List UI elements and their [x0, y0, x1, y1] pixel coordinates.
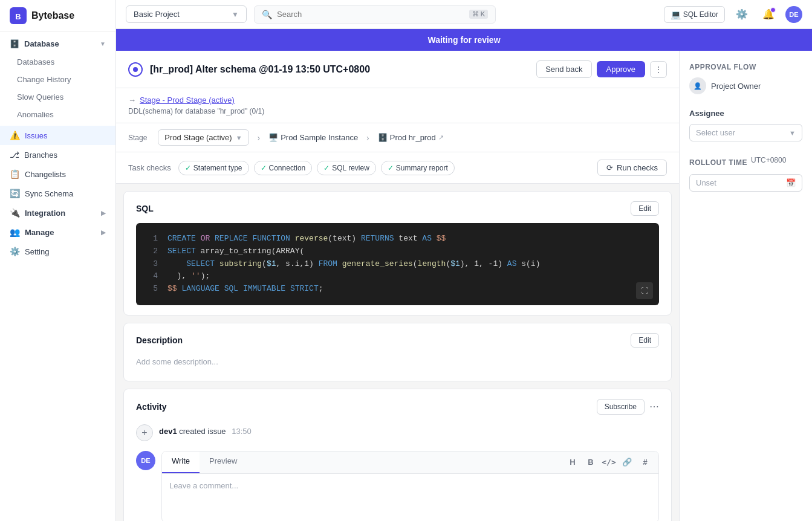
topbar-actions: 💻 SQL Editor ⚙️ 🔔 DE — [664, 5, 802, 24]
run-checks-icon: ⟳ — [606, 163, 613, 172]
check-badge-sql-review: ✓ SQL review — [317, 161, 376, 175]
server-icon: 🖥️ — [268, 133, 278, 142]
run-checks-button[interactable]: ⟳ Run checks — [597, 160, 667, 176]
stage-dropdown-chevron: ▼ — [236, 134, 242, 141]
activity-add-button[interactable]: + — [136, 424, 153, 441]
subscribe-button[interactable]: Subscribe — [597, 399, 645, 415]
sidebar-item-integration[interactable]: 🔌 Integration ▶ — [0, 203, 115, 222]
calendar-icon: 📅 — [786, 178, 796, 187]
check-icon-4: ✓ — [388, 164, 394, 172]
database-chevron: ▼ — [100, 40, 106, 47]
sidebar-item-databases[interactable]: Databases — [0, 53, 115, 71]
expand-icon: ⛶ — [641, 286, 648, 295]
sidebar-group-database[interactable]: 🗄️ Database ▼ — [0, 34, 115, 53]
content: [hr_prod] Alter schema @01-19 13:50 UTC+… — [116, 51, 812, 521]
code-line-3: 3 SELECT substring($1, s.i,1) FROM gener… — [146, 258, 649, 271]
activity-time: 13:50 — [232, 427, 252, 436]
more-options-button[interactable]: ⋮ — [650, 61, 667, 78]
approval-avatar: 👤 — [689, 77, 706, 94]
toolbar-link-button[interactable]: 🔗 — [619, 454, 635, 471]
activity-title: Activity — [136, 402, 167, 412]
sidebar-item-setting[interactable]: ⚙️ Setting — [0, 242, 115, 261]
approval-user: 👤 Project Owner — [689, 77, 802, 94]
gear-icon: ⚙️ — [736, 8, 748, 20]
search-icon: 🔍 — [262, 10, 272, 19]
commenter-avatar: DE — [136, 451, 155, 470]
rollout-date-picker[interactable]: Unset 📅 — [689, 174, 802, 192]
approval-flow-label: Approval flow — [689, 63, 802, 71]
project-selector[interactable]: Basic Project ▼ — [126, 5, 247, 23]
issues-icon: ⚠️ — [10, 131, 20, 140]
activity-more-button[interactable]: ⋯ — [649, 401, 659, 412]
logo-icon: B — [10, 7, 27, 24]
check-badge-statement-type: ✓ Statement type — [178, 161, 249, 175]
stage-dropdown[interactable]: Prod Stage (active) ▼ — [158, 129, 248, 146]
sidebar-item-slow-queries[interactable]: Slow Queries — [0, 88, 115, 106]
search-kbd: ⌘ K — [469, 10, 488, 19]
user-avatar[interactable]: DE — [785, 6, 802, 23]
topbar: Basic Project ▼ 🔍 ⌘ K 💻 SQL Editor ⚙️ 🔔 … — [116, 0, 812, 29]
write-tab[interactable]: Write — [162, 451, 200, 473]
toolbar-hash-button[interactable]: # — [637, 454, 654, 471]
branches-icon: ⎇ — [10, 150, 19, 160]
sql-edit-button[interactable]: Edit — [631, 201, 659, 216]
notification-button[interactable]: 🔔 — [759, 5, 778, 24]
breadcrumb-db: 🗄️ Prod hr_prod ↗ — [378, 133, 444, 142]
description-section: Description Edit Add some description... — [123, 323, 672, 381]
sql-editor-button[interactable]: 💻 SQL Editor — [664, 6, 725, 23]
sidebar-item-sync-schema[interactable]: 🔄 Sync Schema — [0, 184, 115, 203]
send-back-button[interactable]: Send back — [536, 60, 591, 78]
activity-item-0: + dev1 created issue 13:50 — [136, 424, 659, 441]
comment-editor: Write Preview H B </> 🔗 # — [161, 451, 659, 521]
sql-code-block: 1 CREATE OR REPLACE FUNCTION reverse(tex… — [136, 223, 659, 305]
activity-header: Activity Subscribe ⋯ — [136, 399, 659, 415]
toolbar-heading-button[interactable]: H — [564, 454, 581, 471]
search-input[interactable] — [277, 10, 464, 19]
rollout-time-label: Rollout time — [689, 158, 747, 167]
check-icon-1: ✓ — [185, 164, 191, 172]
sidebar-item-anomalies[interactable]: Anomalies — [0, 106, 115, 123]
toolbar-code-button[interactable]: </> — [600, 454, 617, 471]
issue-main: [hr_prod] Alter schema @01-19 13:50 UTC+… — [116, 51, 679, 521]
settings-button[interactable]: ⚙️ — [732, 5, 752, 24]
editor-tabs: Write Preview H B </> 🔗 # — [162, 451, 658, 474]
approve-button[interactable]: Approve — [597, 61, 645, 77]
issue-status-icon — [128, 62, 143, 77]
task-checks-label: Task checks — [128, 163, 171, 172]
setting-icon: ⚙️ — [10, 247, 20, 256]
preview-tab[interactable]: Preview — [200, 451, 247, 473]
sql-editor-icon: 💻 — [671, 10, 681, 19]
assignee-dropdown[interactable]: Select user ▼ — [689, 124, 802, 141]
rollout-time-section: Rollout time UTC+0800 Unset 📅 — [689, 156, 802, 192]
expand-code-button[interactable]: ⛶ — [636, 282, 653, 299]
sidebar-logo[interactable]: B Bytebase — [0, 0, 115, 32]
description-edit-button[interactable]: Edit — [631, 333, 659, 348]
manage-icon: 👥 — [10, 227, 20, 237]
selector-chevron: ▼ — [232, 10, 239, 19]
right-panel: Approval flow 👤 Project Owner Assignee S… — [679, 51, 812, 521]
approval-flow-section: Approval flow 👤 Project Owner — [689, 63, 802, 94]
check-icon-2: ✓ — [261, 164, 267, 172]
db-link-icon: ↗ — [438, 134, 444, 141]
sidebar-item-changelists[interactable]: 📋 Changelists — [0, 164, 115, 184]
code-line-2: 2 SELECT array_to_string(ARRAY( — [146, 245, 649, 258]
comment-editor-body[interactable]: Leave a comment... — [162, 474, 658, 521]
user-icon: 👤 — [693, 82, 702, 90]
comment-editor-wrapper: Write Preview H B </> 🔗 # — [161, 451, 659, 521]
comment-placeholder: Leave a comment... — [169, 481, 651, 490]
sidebar-item-change-history[interactable]: Change History — [0, 71, 115, 88]
stage-sub: DDL(schema) for database "hr_prod" (0/1) — [128, 107, 667, 115]
sidebar-item-branches[interactable]: ⎇ Branches — [0, 145, 115, 164]
manage-chevron: ▶ — [101, 229, 106, 236]
sidebar-item-issues[interactable]: ⚠️ Issues — [0, 126, 115, 145]
sidebar-item-manage[interactable]: 👥 Manage ▶ — [0, 222, 115, 242]
integration-chevron: ▶ — [101, 210, 106, 216]
code-line-4: 4 ), ''); — [146, 270, 649, 283]
stage-selector-row: Stage Prod Stage (active) ▼ › 🖥️ Prod Sa… — [116, 123, 679, 152]
toolbar-bold-button[interactable]: B — [582, 454, 599, 471]
breadcrumb-arrow-1: › — [258, 133, 261, 143]
stage-link[interactable]: Stage - Prod Stage (active) — [140, 95, 235, 105]
stage-row: → Stage - Prod Stage (active) DDL(schema… — [116, 88, 679, 123]
sql-section-title: SQL — [136, 204, 154, 213]
issue-actions: Send back Approve ⋮ — [536, 60, 667, 78]
